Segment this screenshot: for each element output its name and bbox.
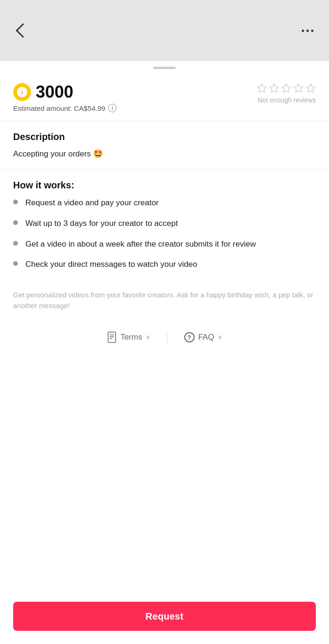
chevron-right-icon: > bbox=[146, 334, 149, 341]
request-button[interactable]: Request bbox=[13, 602, 316, 631]
svg-rect-5 bbox=[108, 332, 116, 342]
description-title: Description bbox=[13, 132, 316, 142]
coin-amount-row: ♪ 3000 bbox=[13, 83, 117, 101]
svg-marker-2 bbox=[282, 84, 290, 92]
promo-text: Get personalized videos from your favori… bbox=[0, 290, 329, 322]
more-options-button[interactable] bbox=[297, 20, 318, 41]
bullet-item: Request a video and pay your creator bbox=[13, 197, 316, 209]
bullet-item: Get a video in about a week after the cr… bbox=[13, 239, 316, 250]
pull-handle bbox=[153, 67, 176, 69]
bullet-text: Get a video in about a week after the cr… bbox=[25, 239, 256, 250]
bullet-text: Check your direct messages to watch your… bbox=[25, 259, 197, 270]
main-card: ♪ 3000 Estimated amount: CA$54.99 i Not bbox=[0, 61, 329, 644]
pull-handle-wrap bbox=[0, 61, 329, 73]
terms-faq-row: Terms > ? FAQ > bbox=[0, 322, 329, 352]
estimated-row: Estimated amount: CA$54.99 i bbox=[13, 104, 117, 112]
document-icon bbox=[107, 332, 117, 343]
coin-icon-inner: ♪ bbox=[17, 87, 27, 97]
bullet-dot-icon bbox=[13, 241, 18, 246]
info-icon: i bbox=[111, 105, 113, 111]
description-section: Description Accepting your orders 🤩 bbox=[0, 121, 329, 169]
coin-icon: ♪ bbox=[13, 83, 31, 101]
terms-label: Terms bbox=[120, 333, 142, 342]
chevron-right-icon: > bbox=[218, 334, 222, 341]
svg-marker-1 bbox=[270, 84, 278, 92]
bullet-item: Check your direct messages to watch your… bbox=[13, 259, 316, 270]
back-chevron-icon bbox=[16, 23, 30, 38]
faq-label: FAQ bbox=[198, 333, 214, 342]
bullet-text: Request a video and pay your creator bbox=[25, 197, 159, 209]
coin-amount: 3000 bbox=[36, 84, 73, 101]
bullet-dot-icon bbox=[13, 200, 18, 204]
bullet-item: Wait up to 3 days for your creator to ac… bbox=[13, 218, 316, 229]
description-text: Accepting your orders 🤩 bbox=[13, 149, 316, 159]
svg-marker-4 bbox=[306, 84, 315, 92]
stars-section: Not enough reviews bbox=[257, 83, 316, 104]
star-icon bbox=[293, 83, 304, 93]
terms-button[interactable]: Terms > bbox=[90, 328, 166, 347]
svg-marker-0 bbox=[258, 84, 266, 92]
star-icon bbox=[306, 83, 316, 93]
bullet-text: Wait up to 3 days for your creator to ac… bbox=[25, 218, 178, 229]
tiktok-logo: ♪ bbox=[21, 89, 24, 95]
stars-row bbox=[257, 83, 316, 93]
star-icon bbox=[257, 83, 267, 93]
bullet-dot-icon bbox=[13, 261, 18, 266]
bullet-dot-icon bbox=[13, 220, 18, 225]
how-it-works-section: How it works: Request a video and pay yo… bbox=[0, 170, 329, 290]
star-icon bbox=[281, 83, 291, 93]
coin-left: ♪ 3000 Estimated amount: CA$54.99 i bbox=[13, 83, 117, 112]
not-enough-reviews: Not enough reviews bbox=[258, 96, 316, 104]
dot-icon bbox=[306, 30, 309, 32]
help-circle-icon: ? bbox=[184, 332, 195, 342]
estimated-text: Estimated amount: CA$54.99 bbox=[13, 104, 105, 112]
how-it-works-title: How it works: bbox=[13, 180, 316, 191]
dot-icon bbox=[302, 30, 304, 32]
bullet-list: Request a video and pay your creator Wai… bbox=[13, 197, 316, 270]
svg-marker-3 bbox=[294, 84, 303, 92]
info-button[interactable]: i bbox=[108, 104, 117, 112]
faq-button[interactable]: ? FAQ > bbox=[167, 328, 239, 346]
star-icon bbox=[269, 83, 279, 93]
back-button[interactable] bbox=[11, 20, 32, 41]
coin-row: ♪ 3000 Estimated amount: CA$54.99 i Not bbox=[0, 73, 329, 121]
request-bar: Request bbox=[0, 594, 329, 644]
dot-icon bbox=[311, 30, 313, 32]
top-bar bbox=[0, 0, 329, 61]
